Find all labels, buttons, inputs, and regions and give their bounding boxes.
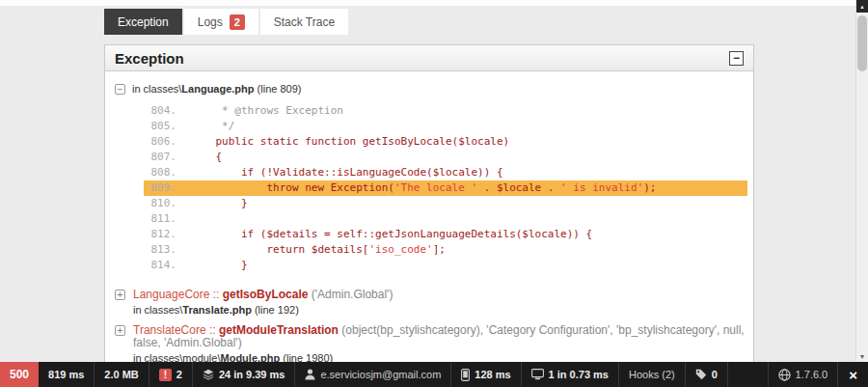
expand-trace-button[interactable]: + bbox=[115, 325, 125, 336]
toolbar-user[interactable]: e.serviciosjm@gmail.com bbox=[295, 362, 451, 387]
source-file-prefix: in classes\ bbox=[132, 83, 181, 95]
warnings-count: 2 bbox=[176, 369, 182, 380]
code-line: 813. return $details['iso_code']; bbox=[144, 242, 747, 258]
toolbar-load-time[interactable]: 819 ms bbox=[39, 362, 95, 387]
top-strip bbox=[0, 0, 868, 6]
code-line: 807. { bbox=[144, 150, 747, 165]
toolbar-warnings[interactable]: ! 2 bbox=[149, 362, 193, 387]
tab-stack-trace-label: Stack Trace bbox=[274, 15, 335, 29]
code-line: 806. public static function getIsoByLoca… bbox=[144, 134, 747, 150]
trace-call: TranslateCore :: getModuleTranslation (o… bbox=[133, 324, 753, 349]
code-segment: throw new Exception( bbox=[190, 181, 394, 194]
trace-call: LanguageCore :: getIsoByLocale ('Admin.G… bbox=[133, 289, 393, 301]
panel-title: Exception bbox=[115, 50, 184, 67]
tab-logs[interactable]: Logs 2 bbox=[184, 9, 258, 35]
line-code: public static function getIsoByLocale($l… bbox=[190, 134, 509, 150]
line-number: 809. bbox=[144, 180, 176, 196]
http-status-code: 500 bbox=[10, 368, 29, 381]
code-line: 814. } bbox=[144, 258, 747, 273]
code-line: 812. if ($details = self::getJsonLanguag… bbox=[144, 227, 747, 242]
line-code: */ bbox=[190, 119, 234, 134]
warning-icon: ! bbox=[159, 369, 172, 381]
version-label: 1.7.6.0 bbox=[796, 369, 828, 380]
toolbar-version[interactable]: 1.7.6.0 bbox=[768, 362, 838, 387]
http-status-badge: 500 bbox=[0, 362, 39, 387]
panel-body: − in classes\Language.php (line 809) 804… bbox=[105, 83, 753, 385]
line-number: 813. bbox=[144, 242, 176, 258]
trace-location-line: (line 192) bbox=[252, 304, 299, 316]
line-number: 807. bbox=[144, 150, 176, 165]
code-segment: */ bbox=[190, 120, 234, 132]
code-segment: * @throws Exception bbox=[190, 104, 343, 117]
line-code: if ($details = self::getJsonLanguageDeta… bbox=[190, 227, 592, 242]
toolbar-sql-queries[interactable]: 24 in 9.39 ms bbox=[193, 362, 296, 387]
trace-operator: :: bbox=[209, 288, 222, 301]
line-number: 804. bbox=[144, 103, 176, 119]
database-layers-icon bbox=[203, 369, 214, 380]
line-code: * @throws Exception bbox=[190, 103, 343, 119]
expand-trace-button[interactable]: + bbox=[115, 290, 125, 300]
close-toolbar-button[interactable]: × bbox=[837, 362, 868, 387]
toolbar-memory[interactable]: 2.0 MB bbox=[95, 362, 149, 387]
code-segment: } bbox=[190, 259, 248, 271]
tab-exception[interactable]: Exception bbox=[104, 9, 182, 35]
code-segment: if (!Validate::isLanguageCode($locale)) … bbox=[190, 166, 503, 179]
cache-count-label: 0 bbox=[712, 369, 718, 380]
exception-panel: Exception − − in classes\Language.php (l… bbox=[104, 44, 754, 387]
code-segment: public static function getIsoByLocale($l… bbox=[190, 135, 509, 148]
code-segment: if ($details = self::getJsonLanguageDeta… bbox=[190, 228, 592, 240]
line-code: } bbox=[190, 196, 248, 211]
tag-icon bbox=[695, 369, 707, 380]
code-segment: { bbox=[190, 151, 222, 163]
code-line: 810. } bbox=[144, 196, 747, 211]
code-line: 804. * @throws Exception bbox=[144, 103, 747, 119]
trace-body: LanguageCore :: getIsoByLocale ('Admin.G… bbox=[133, 289, 393, 316]
trace-method-name: getIsoByLocale bbox=[223, 288, 309, 301]
debug-toolbar: 500 819 ms 2.0 MB ! 2 24 in 9.39 ms e.se… bbox=[0, 362, 868, 387]
line-code: throw new Exception('The locale ' . $loc… bbox=[190, 180, 656, 196]
trace-operator: :: bbox=[206, 323, 219, 337]
toolbar-requests[interactable]: 1 in 0.73 ms bbox=[522, 362, 619, 387]
scrollbar-up-button[interactable]: ▲ bbox=[856, 0, 868, 13]
sql-queries-label: 24 in 9.39 ms bbox=[219, 369, 285, 380]
code-segment: 'The locale ' bbox=[394, 181, 477, 194]
globe-icon bbox=[778, 369, 791, 381]
scrollbar[interactable]: ▲ ▼ bbox=[855, 0, 868, 362]
line-code: { bbox=[190, 150, 222, 165]
monitor-icon bbox=[531, 369, 544, 380]
trace-body: TranslateCore :: getModuleTranslation (o… bbox=[133, 324, 753, 364]
memory-label: 2.0 MB bbox=[104, 369, 138, 380]
trace-location-prefix: in classes\ bbox=[133, 304, 182, 316]
code-segment: . $locale . bbox=[477, 181, 560, 194]
code-segment: 'iso_code' bbox=[368, 243, 432, 256]
trace-arguments: ('Admin.Global') bbox=[308, 288, 393, 301]
line-number: 805. bbox=[144, 119, 176, 134]
code-segment: } bbox=[190, 197, 248, 209]
user-email-label: e.serviciosjm@gmail.com bbox=[320, 369, 441, 380]
toolbar-hooks[interactable]: Hooks (2) bbox=[619, 362, 686, 387]
load-time-label: 819 ms bbox=[48, 369, 84, 380]
collapse-source-button[interactable]: − bbox=[115, 84, 125, 95]
toolbar-right-group: 1.7.6.0 × bbox=[768, 362, 868, 387]
code-line: 809. throw new Exception('The locale ' .… bbox=[144, 180, 747, 196]
source-file-text: in classes\Language.php (line 809) bbox=[132, 83, 301, 95]
line-number: 808. bbox=[144, 165, 176, 180]
line-code: } bbox=[190, 258, 248, 273]
tab-stack-trace[interactable]: Stack Trace bbox=[260, 9, 348, 35]
line-code: if (!Validate::isLanguageCode($locale)) … bbox=[190, 165, 503, 180]
code-segment: ); bbox=[643, 181, 656, 194]
line-number: 814. bbox=[144, 258, 176, 273]
scrollbar-thumb[interactable] bbox=[857, 15, 867, 71]
logs-count-badge: 2 bbox=[230, 14, 245, 30]
trace-location: in classes\Translate.php (line 192) bbox=[133, 304, 393, 316]
secondary-time-label: 128 ms bbox=[475, 369, 510, 380]
scrollbar-down-button[interactable]: ▼ bbox=[856, 353, 868, 360]
code-line: 805. */ bbox=[144, 119, 747, 134]
toolbar-secondary-time[interactable]: 128 ms bbox=[451, 362, 521, 387]
toolbar-cache[interactable]: 0 bbox=[686, 362, 728, 387]
collapse-panel-button[interactable]: − bbox=[729, 51, 744, 66]
trace-class-name: TranslateCore bbox=[133, 323, 206, 337]
tab-logs-label: Logs bbox=[198, 15, 223, 29]
code-line: 808. if (!Validate::isLanguageCode($loca… bbox=[144, 165, 747, 180]
hooks-label: Hooks (2) bbox=[629, 369, 675, 380]
